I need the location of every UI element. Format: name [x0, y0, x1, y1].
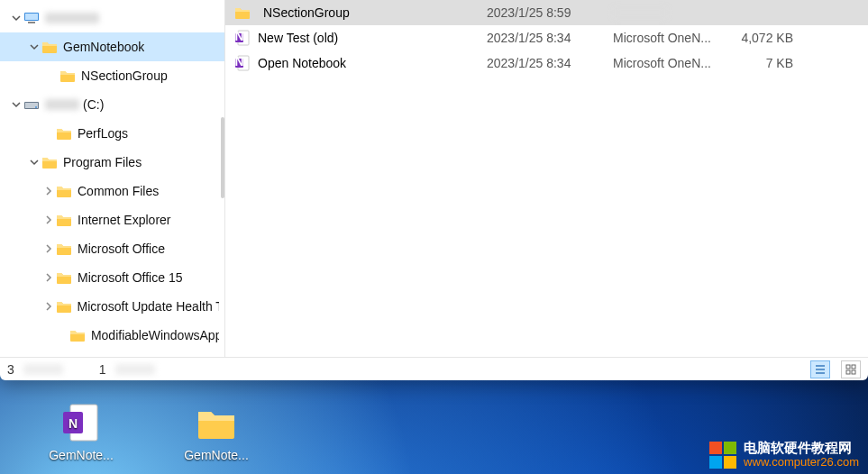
- file-date: 2023/1/25 8:34: [487, 56, 613, 70]
- file-type: [613, 7, 667, 18]
- view-details-button[interactable]: [810, 360, 830, 378]
- view-large-icons-button[interactable]: [841, 360, 861, 378]
- tree-item-modifiable-windows-apps[interactable]: ModifiableWindowsApps: [0, 321, 224, 350]
- file-date: 2023/1/25 8:34: [487, 31, 613, 45]
- file-date: 2023/1/25 8:59: [487, 5, 613, 20]
- tree-item-common-files[interactable]: Common Files: [0, 177, 224, 205]
- tree-label: [45, 13, 99, 23]
- folder-icon: [56, 125, 72, 141]
- file-name: New Test (old): [258, 31, 338, 45]
- tree-label: NSectionGroup: [81, 68, 168, 83]
- status-bar: 3 1: [0, 357, 868, 380]
- watermark-title: 电脑软硬件教程网: [744, 441, 859, 456]
- tree-item-microsoft-office-15[interactable]: Microsoft Office 15: [0, 263, 224, 292]
- tree-label: Microsoft Office: [78, 242, 165, 256]
- status-item-count: 3: [7, 362, 14, 377]
- tree-label: PerfLogs: [78, 126, 128, 141]
- file-list-pane: NSectionGroup 2023/1/25 8:59 N New Test …: [225, 0, 868, 357]
- svg-text:N: N: [69, 416, 78, 431]
- desktop-icon-label: GemNote...: [45, 448, 117, 462]
- tree-label: Internet Explorer: [78, 213, 171, 227]
- chevron-right-icon[interactable]: [41, 302, 56, 311]
- folder-icon: [234, 5, 251, 21]
- file-row[interactable]: N Open Notebook 2023/1/25 8:34 Microsoft…: [225, 50, 868, 76]
- tree-label: Microsoft Office 15: [78, 270, 182, 285]
- svg-rect-12: [846, 365, 850, 369]
- folder-icon: [69, 327, 86, 343]
- onenote-file-icon: N: [59, 401, 103, 444]
- file-name: Open Notebook: [258, 56, 346, 70]
- folder-icon: [56, 241, 72, 257]
- chevron-right-icon[interactable]: [41, 273, 56, 282]
- tree-label: GemNotebook: [63, 40, 144, 54]
- tree-item-program-files[interactable]: Program Files: [0, 148, 224, 177]
- folder-icon: [195, 401, 238, 444]
- tree-item-internet-explorer[interactable]: Internet Explorer: [0, 205, 224, 234]
- chevron-right-icon[interactable]: [41, 187, 56, 196]
- tree-label: Microsoft Update Health T: [78, 299, 219, 314]
- onenote-file-icon: N: [234, 30, 251, 46]
- drive-icon: [23, 96, 40, 113]
- tree-item-ms-update-health[interactable]: Microsoft Update Health T: [0, 292, 224, 321]
- chevron-down-icon[interactable]: [27, 158, 41, 167]
- file-row[interactable]: N New Test (old) 2023/1/25 8:34 Microsof…: [225, 25, 868, 50]
- chevron-right-icon[interactable]: [41, 215, 56, 224]
- svg-point-5: [35, 106, 37, 108]
- folder-icon: [56, 269, 72, 286]
- chevron-down-icon[interactable]: [9, 100, 23, 109]
- svg-rect-1: [25, 14, 38, 20]
- status-blur: [115, 364, 155, 375]
- desktop-icon-gemnote-folder[interactable]: GemNote...: [180, 401, 252, 462]
- tree-item-microsoft-office[interactable]: Microsoft Office: [0, 234, 224, 263]
- status-blur: [23, 364, 63, 375]
- folder-icon: [56, 298, 72, 314]
- navigation-pane: GemNotebook NSectionGroup (C:) PerfLogs: [0, 0, 225, 357]
- svg-text:N: N: [234, 30, 243, 43]
- tree-drive-letter: (C:): [83, 97, 104, 112]
- tree-label: [45, 99, 79, 110]
- chevron-down-icon[interactable]: [27, 42, 41, 51]
- tree-item-gemnotebook[interactable]: GemNotebook: [0, 32, 224, 61]
- svg-text:N: N: [234, 55, 243, 68]
- file-name: NSectionGroup: [263, 5, 350, 20]
- file-size: 7 KB: [730, 56, 793, 70]
- svg-rect-14: [846, 370, 850, 374]
- chevron-down-icon[interactable]: [9, 14, 23, 23]
- desktop-icon-label: GemNote...: [180, 448, 252, 462]
- tree-label: ModifiableWindowsApps: [91, 328, 219, 342]
- folder-icon: [41, 39, 58, 55]
- file-type: Microsoft OneN...: [613, 31, 730, 45]
- file-type: Microsoft OneN...: [613, 56, 730, 70]
- desktop-icon-gemnote-file[interactable]: N GemNote...: [45, 401, 117, 462]
- folder-icon: [41, 154, 58, 170]
- folder-icon: [56, 212, 72, 228]
- svg-rect-2: [28, 22, 35, 23]
- file-row[interactable]: NSectionGroup 2023/1/25 8:59: [225, 0, 868, 25]
- tree-item-perflogs[interactable]: PerfLogs: [0, 119, 224, 148]
- svg-rect-15: [852, 370, 855, 374]
- file-explorer-window: GemNotebook NSectionGroup (C:) PerfLogs: [0, 0, 868, 380]
- status-selected-count: 1: [99, 362, 106, 377]
- chevron-right-icon[interactable]: [41, 244, 56, 253]
- network-drive-icon: [23, 10, 40, 26]
- svg-rect-13: [852, 365, 855, 369]
- tree-label: Common Files: [78, 184, 159, 198]
- tree-item-drive-c[interactable]: (C:): [0, 90, 224, 119]
- file-size: 4,072 KB: [730, 31, 793, 45]
- watermark-url: www.computer26.com: [744, 456, 859, 469]
- tree-item-nsectiongroup[interactable]: NSectionGroup: [0, 61, 224, 90]
- windows-logo-icon: [709, 442, 736, 469]
- tree-item-root-share[interactable]: [0, 4, 224, 32]
- folder-icon: [59, 68, 76, 84]
- site-watermark: 电脑软硬件教程网 www.computer26.com: [709, 441, 859, 469]
- tree-label: Program Files: [63, 155, 142, 169]
- folder-icon: [56, 183, 72, 199]
- onenote-file-icon: N: [234, 55, 251, 71]
